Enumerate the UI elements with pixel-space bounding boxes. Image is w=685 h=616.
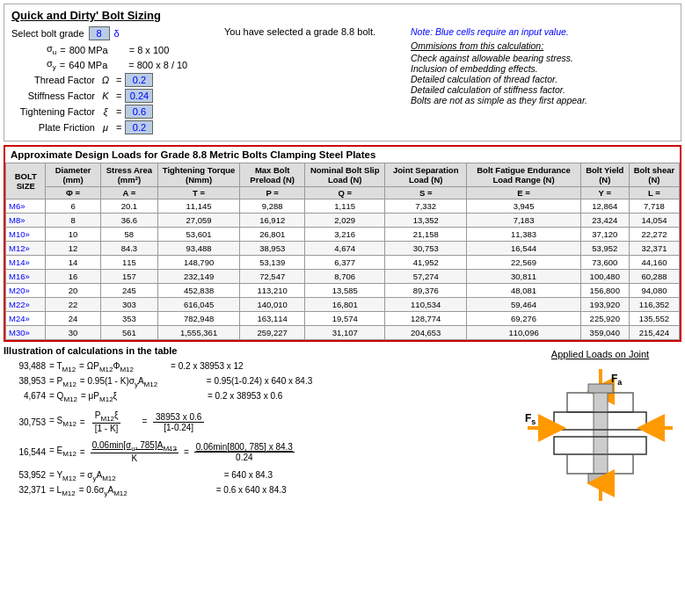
data-cell: 359,040 (580, 326, 629, 340)
calc-e-eq: = EM12 (49, 446, 77, 458)
sigma-u-label: σu (47, 43, 56, 56)
bolt-grade-input[interactable]: 8 (89, 26, 110, 40)
friction-sym: μ (98, 122, 113, 133)
data-cell: 215,424 (629, 326, 679, 340)
calc-y-mid: = σyAM12 (80, 470, 168, 482)
bolt-size-cell[interactable]: M20» (6, 284, 46, 298)
calc-q-mid: = μPM12ξ (81, 391, 169, 403)
data-cell: 20.1 (100, 199, 157, 214)
col-tightening-torque: Tightening Torque (Nmm) (158, 163, 240, 187)
bolt-size-cell[interactable]: M14» (6, 256, 46, 270)
friction-val[interactable]: 0.2 (125, 120, 153, 134)
diagram-title: Applied Loads on Joint (519, 349, 681, 359)
calc-p-val: 38,953 (4, 376, 46, 386)
sigma-y-val: 640 MPa (69, 60, 107, 70)
sigma-u-eq: = (60, 45, 65, 55)
data-cell: 26,801 (239, 228, 304, 242)
bolt-size-cell[interactable]: M12» (6, 242, 46, 256)
sigma-y-label: σy (47, 58, 56, 71)
top-section: Quick and Dirty' Bolt Sizing Select bolt… (4, 4, 681, 141)
data-cell: 116,352 (629, 298, 679, 312)
data-cell: 48,081 (467, 284, 580, 298)
bolt-size-cell[interactable]: M6» (6, 199, 46, 214)
data-cell: 110,534 (385, 298, 467, 312)
sigma-u-val: 800 MPa (69, 45, 108, 55)
bolt-size-cell[interactable]: M24» (6, 312, 46, 326)
col-endurance: Bolt Fatigue Endurance Load Range (N) (467, 163, 580, 187)
calc-t-eq: = TM12 (49, 361, 76, 373)
tightening-sym: ξ (98, 106, 113, 117)
bolt-size-cell[interactable]: M8» (6, 214, 46, 228)
data-cell: 16,544 (467, 242, 580, 256)
calc-y-eq: = YM12 (49, 470, 77, 482)
data-cell: 7,183 (467, 214, 580, 228)
note-blue-label: Note: Blue cells require an input value. (411, 26, 674, 37)
col-diameter: Diameter (mm) (46, 163, 100, 187)
data-cell: 193,920 (580, 298, 629, 312)
data-cell: 53,601 (158, 228, 240, 242)
table-row: M16»16157232,14972,5478,70657,27430,8111… (6, 270, 680, 284)
data-cell: 245 (100, 284, 157, 298)
calc-p-result: = 0.95(1-0.24) x 640 x 84.3 (207, 376, 312, 386)
calc-p-mid: = 0.95(1 - K)σyAM12 (80, 376, 203, 388)
data-cell: 259,227 (239, 326, 304, 340)
tightening-val[interactable]: 0.6 (125, 105, 153, 119)
thread-eq: = (116, 75, 121, 85)
calc-q-result: = 0.2 x 38953 x 0.6 (208, 391, 282, 401)
friction-eq: = (116, 122, 121, 133)
data-cell: 72,547 (239, 270, 304, 284)
calc-e-frac: 0.06min[σu, 785]AM12 K (91, 440, 179, 463)
data-cell: 9,288 (239, 199, 304, 214)
calc-l-mid: = 0.6σyAM12 (79, 485, 167, 497)
thread-label: Thread Factor (11, 75, 95, 85)
data-cell: 11,383 (467, 228, 580, 242)
data-cell: 8,706 (305, 270, 385, 284)
bolt-size-cell[interactable]: M10» (6, 228, 46, 242)
calc-q-val: 4,674 (4, 391, 46, 401)
col-stress-area: Stress Area (mm²) (100, 163, 157, 187)
data-cell: 135,552 (629, 312, 679, 326)
bolt-size-cell[interactable]: M16» (6, 270, 46, 284)
delta-symbol: δ (114, 28, 120, 39)
data-cell: 16,801 (305, 298, 385, 312)
calc-s-val: 30,753 (4, 417, 46, 427)
data-cell: 12 (46, 242, 100, 256)
table-row: M12»1284.393,48838,9534,67430,75316,5445… (6, 242, 680, 256)
data-cell: 7,332 (385, 199, 467, 214)
subh-t: T = (158, 187, 240, 199)
data-cell: 4,674 (305, 242, 385, 256)
col-joint-sep: Joint Separation Load (N) (385, 163, 467, 187)
data-cell: 44,160 (629, 256, 679, 270)
data-cell: 13,352 (385, 214, 467, 228)
thread-val[interactable]: 0.2 (125, 73, 153, 87)
bolt-size-cell[interactable]: M22» (6, 298, 46, 312)
data-cell: 163,114 (239, 312, 304, 326)
data-cell: 3,945 (467, 199, 580, 214)
data-cell: 59,464 (467, 298, 580, 312)
stiffness-label: Stiffness Factor (11, 91, 95, 101)
data-cell: 11,145 (158, 199, 240, 214)
data-cell: 20 (46, 284, 100, 298)
omissions-label: Ommisions from this calculation: (411, 40, 674, 51)
data-cell: 782,948 (158, 312, 240, 326)
sigma-y-eq: = (60, 60, 65, 70)
grade-note: You have selected a grade 8.8 bolt. (224, 26, 400, 37)
subh-y: Y = (580, 187, 629, 199)
sigma-u-calc: = 8 x 100 (129, 45, 170, 55)
data-cell: 100,480 (580, 270, 629, 284)
data-cell: 58 (100, 228, 157, 242)
calc-s-frac: PM12ξ [1 - K] (92, 410, 121, 433)
data-cell: 115 (100, 256, 157, 270)
data-cell: 41,952 (385, 256, 467, 270)
svg-rect-9 (588, 474, 613, 482)
data-cell: 204,653 (385, 326, 467, 340)
data-cell: 2,029 (305, 214, 385, 228)
svg-rect-8 (588, 384, 613, 393)
calc-section: Illustration of calculations in the tabl… (4, 345, 512, 507)
data-cell: 84.3 (100, 242, 157, 256)
stiffness-val[interactable]: 0.24 (125, 89, 153, 103)
bolt-size-cell[interactable]: M30» (6, 326, 46, 340)
omission-5: Bolts are not as simple as they first ap… (411, 95, 674, 105)
data-cell: 6 (46, 199, 100, 214)
table-title: Approximate Design Loads for Grade 8.8 M… (5, 147, 680, 163)
